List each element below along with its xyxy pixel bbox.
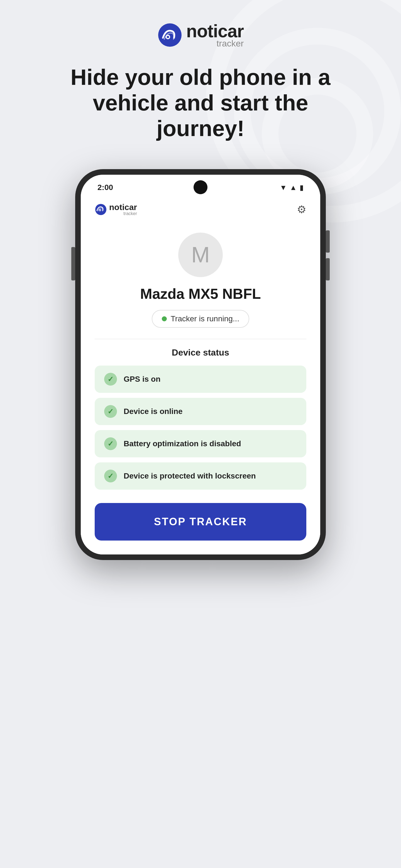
camera-notch [194, 180, 207, 194]
top-logo: noticar tracker [157, 22, 244, 48]
status-time: 2:00 [97, 183, 113, 192]
volume-up-button [326, 230, 330, 253]
tracker-status-badge: Tracker is running... [152, 310, 249, 328]
app-noticar-label: noticar [109, 203, 137, 211]
phone-frame: 2:00 ▼ ▲ ▮ [75, 169, 326, 560]
status-icons: ▼ ▲ ▮ [280, 183, 304, 192]
volume-down-button [326, 258, 330, 280]
check-circle-online: ✓ [104, 405, 117, 418]
logo-tracker-sub: tracker [186, 39, 244, 48]
settings-icon[interactable]: ⚙ [297, 204, 306, 216]
app-logo: noticar tracker [95, 203, 137, 216]
lockscreen-status-text: Device is protected with lockscreen [124, 471, 256, 480]
app-logo-text: noticar tracker [109, 203, 137, 216]
vehicle-name: Mazda MX5 NBFL [140, 285, 261, 302]
check-circle-battery: ✓ [104, 437, 117, 450]
check-icon-online: ✓ [108, 407, 114, 416]
app-logo-icon [95, 204, 107, 216]
stop-tracker-button[interactable]: STOP TRACKER [95, 503, 306, 540]
page-headline: Hide your old phone in a vehicle and sta… [33, 65, 368, 141]
svg-point-5 [99, 210, 101, 211]
check-icon-gps: ✓ [108, 375, 114, 384]
status-item-online: ✓ Device is online [95, 398, 306, 425]
phone-screen: 2:00 ▼ ▲ ▮ [81, 175, 320, 555]
check-circle-lockscreen: ✓ [104, 470, 117, 483]
power-button [71, 247, 75, 280]
device-status-title: Device status [172, 347, 229, 358]
signal-icon: ▲ [290, 183, 297, 192]
app-main-content: M Mazda MX5 NBFL Tracker is running... D… [81, 221, 320, 555]
battery-status-text: Battery optimization is disabled [124, 439, 241, 448]
status-item-battery: ✓ Battery optimization is disabled [95, 430, 306, 457]
tracker-status-dot [162, 316, 167, 321]
svg-point-0 [158, 23, 181, 47]
vehicle-avatar: M [178, 232, 223, 277]
phone-mockup: 2:00 ▼ ▲ ▮ [75, 169, 326, 560]
status-item-lockscreen: ✓ Device is protected with lockscreen [95, 462, 306, 490]
online-status-text: Device is online [124, 407, 183, 416]
logo-icon [157, 23, 182, 48]
logo-noticar: noticar [186, 22, 244, 40]
status-bar: 2:00 ▼ ▲ ▮ [81, 175, 320, 195]
status-item-gps: ✓ GPS is on [95, 366, 306, 393]
check-circle-gps: ✓ [104, 373, 117, 385]
check-icon-lockscreen: ✓ [108, 472, 114, 480]
check-icon-battery: ✓ [108, 440, 114, 448]
gps-status-text: GPS is on [124, 375, 161, 384]
app-tracker-label: tracker [109, 211, 137, 216]
logo-text: noticar tracker [186, 22, 244, 48]
tracker-status-text: Tracker is running... [171, 314, 239, 323]
battery-icon: ▮ [299, 183, 304, 192]
vehicle-initial: M [191, 242, 210, 268]
wifi-icon: ▼ [280, 183, 287, 192]
svg-point-2 [167, 36, 169, 38]
app-header: noticar tracker ⚙ [81, 195, 320, 221]
